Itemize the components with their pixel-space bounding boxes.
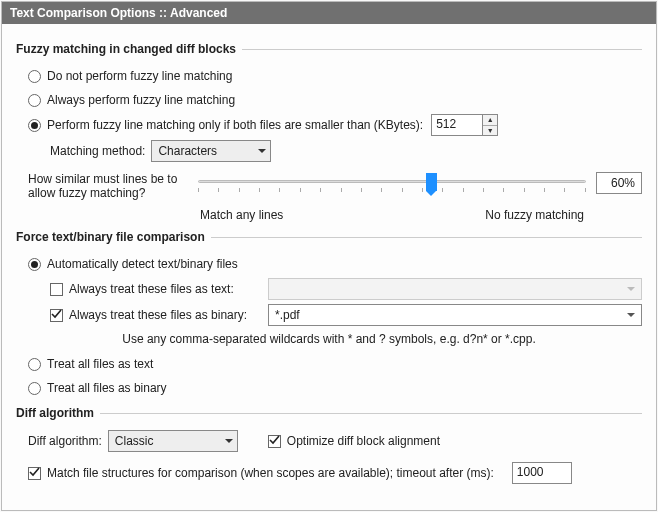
diff-algo-value: Classic: [115, 434, 219, 448]
chevron-down-icon: [225, 439, 233, 443]
slider-track: [198, 180, 586, 183]
checkbox-icon[interactable]: [268, 435, 281, 448]
force-legend: Force text/binary file comparison: [16, 230, 211, 244]
advanced-options-panel: Text Comparison Options :: Advanced Fuzz…: [1, 1, 657, 511]
slider-endpoints: Match any lines No fuzzy matching: [200, 208, 642, 222]
window-title: Text Comparison Options :: Advanced: [10, 6, 227, 20]
spinner-up-icon[interactable]: ▲: [483, 115, 497, 126]
fuzzy-opt-small-label: Perform fuzzy line matching only if both…: [47, 118, 423, 132]
slider-end-left: Match any lines: [200, 208, 283, 222]
slider-ticks: [198, 188, 586, 194]
treat-binary-label: Always treat these files as binary:: [69, 308, 247, 322]
radio-icon[interactable]: [28, 94, 41, 107]
fuzzy-opt-none-row[interactable]: Do not perform fuzzy line matching: [28, 66, 642, 86]
treat-text-row: Always treat these files as text:: [50, 278, 642, 300]
radio-icon[interactable]: [28, 119, 41, 132]
divider: [100, 413, 642, 414]
fuzzy-fieldset: Fuzzy matching in changed diff blocks Do…: [16, 42, 642, 222]
force-opt-all-text-label: Treat all files as text: [47, 357, 153, 371]
wildcard-hint: Use any comma-separated wildcards with *…: [16, 332, 642, 346]
fuzzy-legend: Fuzzy matching in changed diff blocks: [16, 42, 242, 56]
treat-text-combo: [268, 278, 642, 300]
similarity-slider[interactable]: [198, 172, 586, 206]
optimize-label: Optimize diff block alignment: [287, 434, 440, 448]
fuzzy-opt-always-label: Always perform fuzzy line matching: [47, 93, 235, 107]
radio-icon[interactable]: [28, 358, 41, 371]
timeout-field[interactable]: 1000: [512, 462, 572, 484]
fuzzy-opt-none-label: Do not perform fuzzy line matching: [47, 69, 232, 83]
radio-icon[interactable]: [28, 258, 41, 271]
titlebar: Text Comparison Options :: Advanced: [2, 2, 656, 24]
force-fieldset: Force text/binary file comparison Automa…: [16, 230, 642, 398]
treat-binary-value: *.pdf: [275, 308, 623, 322]
fuzzy-opt-always-row[interactable]: Always perform fuzzy line matching: [28, 90, 642, 110]
checkbox-icon[interactable]: [50, 309, 63, 322]
match-struct-row: Match file structures for comparison (wh…: [28, 462, 642, 484]
diff-header: Diff algorithm: [16, 406, 642, 420]
match-struct-label: Match file structures for comparison (wh…: [47, 466, 494, 480]
similarity-block: How similar must lines be to allow fuzzy…: [28, 172, 642, 222]
content-area: Fuzzy matching in changed diff blocks Do…: [2, 24, 656, 496]
treat-binary-row: Always treat these files as binary: *.pd…: [50, 304, 642, 326]
treat-text-label: Always treat these files as text:: [69, 282, 234, 296]
similarity-value: 60%: [596, 172, 642, 194]
diff-fieldset: Diff algorithm Diff algorithm: Classic O…: [16, 406, 642, 484]
matching-method-value: Characters: [158, 144, 252, 158]
matching-method-select[interactable]: Characters: [151, 140, 271, 162]
chevron-down-icon: [258, 149, 266, 153]
diff-algo-select[interactable]: Classic: [108, 430, 238, 452]
radio-icon[interactable]: [28, 70, 41, 83]
spinner[interactable]: ▲ ▼: [483, 114, 498, 136]
force-opt-all-binary-label: Treat all files as binary: [47, 381, 167, 395]
divider: [242, 49, 642, 50]
force-opt-all-text-row[interactable]: Treat all files as text: [28, 354, 642, 374]
divider: [211, 237, 642, 238]
spinner-down-icon[interactable]: ▼: [483, 126, 497, 136]
checkbox-icon[interactable]: [28, 467, 41, 480]
fuzzy-opt-small-row[interactable]: Perform fuzzy line matching only if both…: [28, 114, 642, 136]
slider-end-right: No fuzzy matching: [485, 208, 584, 222]
force-opt-auto-label: Automatically detect text/binary files: [47, 257, 238, 271]
force-header: Force text/binary file comparison: [16, 230, 642, 244]
radio-icon[interactable]: [28, 382, 41, 395]
fuzzy-size-input[interactable]: 512 ▲ ▼: [431, 114, 498, 136]
force-opt-auto-row[interactable]: Automatically detect text/binary files: [28, 254, 642, 274]
fuzzy-size-field[interactable]: 512: [431, 114, 483, 136]
matching-method-row: Matching method: Characters: [50, 140, 642, 162]
slider-thumb[interactable]: [426, 173, 437, 191]
fuzzy-header: Fuzzy matching in changed diff blocks: [16, 42, 642, 56]
diff-algo-row: Diff algorithm: Classic Optimize diff bl…: [28, 430, 642, 452]
chevron-down-icon: [627, 313, 635, 317]
diff-algo-label: Diff algorithm:: [28, 434, 102, 448]
checkbox-icon[interactable]: [50, 283, 63, 296]
diff-legend: Diff algorithm: [16, 406, 100, 420]
matching-method-label: Matching method:: [50, 144, 145, 158]
chevron-down-icon: [627, 287, 635, 291]
similarity-label: How similar must lines be to allow fuzzy…: [28, 172, 188, 200]
force-opt-all-binary-row[interactable]: Treat all files as binary: [28, 378, 642, 398]
treat-binary-combo[interactable]: *.pdf: [268, 304, 642, 326]
